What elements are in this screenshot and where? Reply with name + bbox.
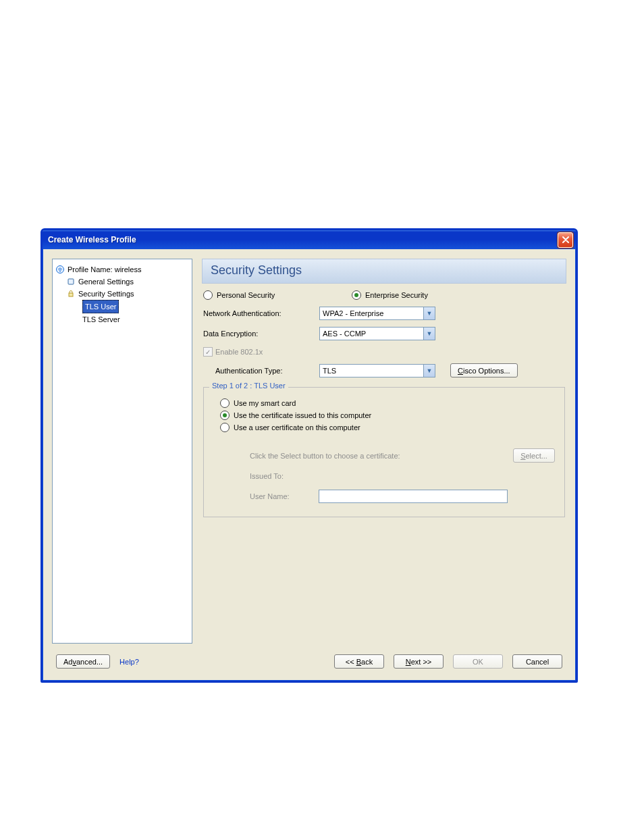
security-mode-radios: Personal Security Enterprise Security [203, 290, 565, 300]
tree-item-general[interactable]: General Settings [55, 276, 189, 288]
dialog-content: Profile Name: wireless General Settings … [43, 249, 576, 681]
right-button-group: << Back Next >> OK Cancel [334, 654, 562, 669]
radio-label: Personal Security [217, 291, 275, 299]
chevron-down-icon: ▼ [423, 328, 435, 340]
radio-label: Use my smart card [234, 399, 296, 407]
field-label: Issued To: [250, 472, 312, 480]
radio-use-cert-computer[interactable]: Use the certificate issued to this compu… [220, 411, 555, 420]
select-cert-button: Select... [513, 448, 555, 463]
titlebar: Create Wireless Profile [43, 230, 576, 249]
button-label-rest: isco Options... [463, 367, 510, 375]
svg-rect-3 [69, 293, 73, 296]
authentication-type-select[interactable]: TLS ▼ [319, 364, 435, 377]
close-icon [562, 236, 569, 243]
cancel-button[interactable]: Cancel [512, 654, 562, 669]
form-area: Personal Security Enterprise Security Ne… [202, 284, 566, 517]
checkbox-label: Enable 802.1x [215, 348, 263, 356]
data-encryption-select[interactable]: AES - CCMP ▼ [319, 327, 435, 340]
radio-personal-security[interactable]: Personal Security [203, 290, 352, 300]
select-value: WPA2 - Enterprise [323, 309, 383, 317]
tree-label: Profile Name: wireless [68, 263, 141, 276]
radio-label: Use the certificate issued to this compu… [234, 411, 371, 419]
tree-item-security[interactable]: Security Settings [55, 288, 189, 300]
field-label: Data Encryption: [203, 330, 319, 338]
radio-label: Use a user certificate on this computer [234, 423, 360, 432]
svg-rect-2 [68, 279, 74, 284]
svg-point-1 [59, 271, 61, 272]
select-cert-row: Click the Select button to choose a cert… [250, 448, 555, 463]
tree-label: TLS Server [82, 313, 120, 325]
radio-enterprise-security[interactable]: Enterprise Security [352, 290, 428, 300]
close-button[interactable] [558, 232, 573, 248]
hint-text: Click the Select button to choose a cert… [250, 452, 400, 460]
network-authentication-select[interactable]: WPA2 - Enterprise ▼ [319, 307, 435, 320]
tls-user-groupbox: Step 1 of 2 : TLS User Use my smart card… [203, 387, 565, 517]
ok-button: OK [453, 654, 503, 669]
radio-icon [220, 423, 230, 432]
chevron-down-icon: ▼ [423, 307, 435, 319]
groupbox-legend: Step 1 of 2 : TLS User [209, 382, 288, 390]
back-button[interactable]: << Back [334, 654, 384, 669]
field-label: Authentication Type: [203, 367, 319, 375]
user-name-row: User Name: [250, 490, 555, 503]
radio-icon [203, 290, 213, 300]
tree-label: Security Settings [78, 288, 134, 300]
help-link[interactable]: Help? [119, 658, 139, 666]
wifi-icon [55, 265, 65, 274]
radio-icon [220, 398, 230, 408]
select-value: TLS [323, 367, 336, 375]
gear-icon [66, 277, 76, 286]
radio-use-user-cert[interactable]: Use a user certificate on this computer [220, 423, 555, 432]
dialog-buttons: Advanced... Help? << Back Next >> OK Can… [52, 652, 566, 674]
radio-icon [352, 290, 361, 300]
dialog-window: Create Wireless Profile Profile Name: wi… [41, 228, 578, 683]
cisco-options-button[interactable]: Cisco Options... [450, 363, 518, 377]
chevron-down-icon: ▼ [423, 365, 435, 377]
lock-icon [66, 289, 76, 298]
checkbox-icon: ✓ [203, 347, 213, 357]
panel-heading: Security Settings [202, 259, 566, 284]
field-label: User Name: [250, 492, 312, 500]
tree-label-selected: TLS User [82, 300, 119, 313]
left-button-group: Advanced... Help? [56, 654, 139, 669]
tree-label: General Settings [78, 276, 134, 288]
window-title: Create Wireless Profile [48, 235, 136, 244]
tree-item-tls-user[interactable]: TLS User [55, 300, 189, 313]
radio-use-smart-card[interactable]: Use my smart card [220, 398, 555, 408]
settings-panel: Security Settings Personal Security Ente… [202, 259, 566, 644]
select-value: AES - CCMP [323, 330, 366, 338]
radio-label: Enterprise Security [365, 291, 428, 299]
next-button[interactable]: Next >> [394, 654, 444, 669]
authentication-type-row: Authentication Type: TLS ▼ Cisco Options… [203, 363, 565, 377]
main-row: Profile Name: wireless General Settings … [52, 259, 566, 644]
certificate-area: Click the Select button to choose a cert… [213, 432, 555, 503]
nav-tree: Profile Name: wireless General Settings … [52, 259, 192, 644]
data-encryption-row: Data Encryption: AES - CCMP ▼ [203, 327, 565, 340]
network-authentication-row: Network Authentication: WPA2 - Enterpris… [203, 307, 565, 320]
enable-8021x-row: ✓ Enable 802.1x [203, 347, 565, 357]
radio-icon [220, 411, 230, 420]
user-name-input[interactable] [319, 490, 508, 503]
tree-item-tls-server[interactable]: TLS Server [55, 313, 189, 325]
advanced-button[interactable]: Advanced... [56, 654, 110, 669]
issued-to-row: Issued To: [250, 472, 555, 480]
field-label: Network Authentication: [203, 309, 319, 317]
tree-item-profile[interactable]: Profile Name: wireless [55, 263, 189, 276]
